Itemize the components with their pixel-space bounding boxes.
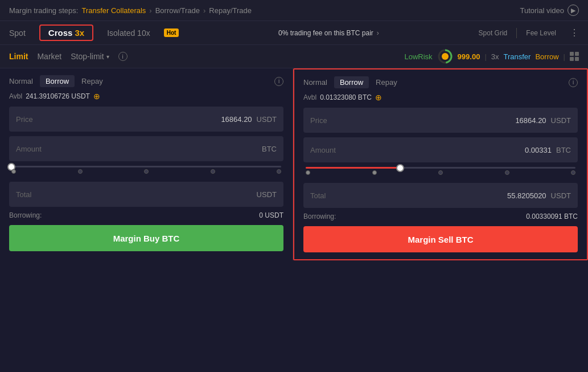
right-dot-0[interactable] [306,170,310,175]
main-content: Normal Borrow Repay i Avbl 241.39106726 … [0,68,588,260]
left-add-funds-icon[interactable]: ⊕ [93,92,100,101]
risk-separator: | [484,52,486,61]
left-tab-repay[interactable]: Repay [81,77,103,85]
right-price-label: Price [310,116,344,125]
left-dot-0[interactable] [11,169,16,174]
promo-text: 0% trading fee on this BTC pair [278,29,373,37]
risk-section: LowRisk 999.00 | 3x Transfer Borrow | [404,48,579,64]
order-info-icon[interactable]: i [118,52,128,61]
left-total-label: Total [16,190,50,199]
right-amount-value: 0.00331 [344,146,552,154]
tab-row: Spot Cross 3x Isolated 10x Hot 0% tradin… [0,21,588,45]
right-slider-track [306,167,575,169]
left-slider-dots [11,169,281,174]
left-price-label: Price [16,115,50,124]
right-price-currency: USDT [551,116,571,125]
right-borrowing-row: Borrowing: 0.00330091 BTC [303,212,578,220]
left-price-input[interactable]: Price 16864.20 USDT [9,107,283,132]
tab-fee-level[interactable]: Fee Level [526,29,556,37]
margin-sell-button[interactable]: Margin Sell BTC [303,226,578,252]
right-borrowing-value: 0.00330091 BTC [526,212,578,220]
tab-isolated[interactable]: Isolated 10x [107,25,150,41]
right-add-funds-icon[interactable]: ⊕ [375,93,382,102]
right-dot-1[interactable] [372,170,377,175]
tab-divider [516,28,517,38]
right-amount-currency: BTC [556,146,571,154]
right-avbl-label: Avbl [303,93,316,101]
right-slider[interactable] [303,167,578,178]
right-total-currency: USDT [551,191,571,200]
cross-multiplier: 3x [75,28,85,38]
cross-label: Cross [48,28,75,38]
arrow1: › [149,6,151,15]
right-tab-normal[interactable]: Normal [303,78,327,87]
stop-limit-dropdown-icon[interactable]: ▾ [106,54,109,60]
right-total-label: Total [310,191,344,200]
risk-separator2: | [564,52,565,61]
left-amount-label: Amount [16,145,50,153]
svg-point-2 [442,53,449,60]
tab-cross[interactable]: Cross 3x [39,24,93,41]
tutorial-label: Tutorial video [520,6,564,15]
left-slider[interactable] [9,166,283,177]
left-info-icon[interactable]: i [274,77,283,86]
step1[interactable]: Transfer Collaterals [81,6,146,15]
arrow2: › [203,6,205,15]
right-info-icon[interactable]: i [569,78,578,87]
hot-badge: Hot [164,28,179,37]
right-slider-fill [306,167,400,169]
three-dots-menu[interactable]: ⋮ [570,27,579,38]
left-amount-input[interactable]: Amount BTC [9,136,283,161]
left-dot-2[interactable] [144,169,149,174]
margin-buy-button[interactable]: Margin Buy BTC [9,225,283,251]
right-tabs: Spot Grid Fee Level [479,28,556,38]
multiplier-label: 3x [491,52,499,61]
borrow-label[interactable]: Borrow [535,52,558,61]
left-dot-1[interactable] [78,169,83,174]
grid-view-icon[interactable] [570,52,579,61]
left-dot-3[interactable] [211,169,215,174]
tab-spot-grid[interactable]: Spot Grid [479,29,508,37]
transfer-label[interactable]: Transfer [504,52,531,61]
right-avbl-value: 0.01323080 BTC [320,93,372,101]
left-amount-currency: BTC [262,145,277,153]
right-info-circle[interactable]: i [569,78,578,87]
step3[interactable]: Repay/Trade [209,6,252,15]
order-type-market[interactable]: Market [37,52,61,61]
right-price-input[interactable]: Price 16864.20 USDT [303,108,578,133]
right-avbl-row: Avbl 0.01323080 BTC ⊕ [303,93,578,102]
left-tab-borrow[interactable]: Borrow [40,75,75,87]
right-dot-4[interactable] [571,170,575,175]
tab-spot[interactable]: Spot [9,25,26,41]
right-amount-label: Amount [310,146,344,154]
order-type-row: Limit Market Stop-limit ▾ i LowRisk 999.… [0,45,588,68]
right-panel: Normal Borrow Repay i Avbl 0.01323080 BT… [293,68,588,260]
right-total-input[interactable]: Total 55.8205020 USDT [303,183,578,208]
right-amount-input[interactable]: Amount 0.00331 BTC [303,137,578,162]
right-dot-2[interactable] [438,170,443,175]
tutorial-button[interactable]: Tutorial video ▶ [520,5,579,16]
right-price-value: 16864.20 [344,116,546,125]
left-info-circle[interactable]: i [274,77,283,86]
margin-steps: Margin trading steps: Transfer Collatera… [9,6,252,15]
left-tab-normal[interactable]: Normal [9,77,33,85]
right-total-value: 55.8205020 [344,191,546,200]
left-slider-track [11,166,281,167]
steps-label: Margin trading steps: [9,6,78,15]
right-tab-repay[interactable]: Repay [376,78,397,87]
risk-value: 999.00 [458,52,480,61]
right-dot-3[interactable] [505,170,509,175]
order-type-stoplimit[interactable]: Stop-limit [71,52,104,61]
step2[interactable]: Borrow/Trade [155,6,200,15]
left-avbl-label: Avbl [9,92,22,100]
right-borrowing-label: Borrowing: [303,212,336,220]
promo-area: 0% trading fee on this BTC pair › [192,29,464,37]
order-type-limit[interactable]: Limit [9,52,28,61]
left-panel: Normal Borrow Repay i Avbl 241.39106726 … [0,68,293,260]
left-price-currency: USDT [257,115,277,124]
left-avbl-row: Avbl 241.39106726 USDT ⊕ [9,92,283,101]
left-borrowing-value: 0 USDT [259,211,283,219]
left-dot-4[interactable] [277,169,281,174]
left-total-input[interactable]: Total USDT [9,182,283,207]
right-tab-borrow[interactable]: Borrow [334,76,369,88]
